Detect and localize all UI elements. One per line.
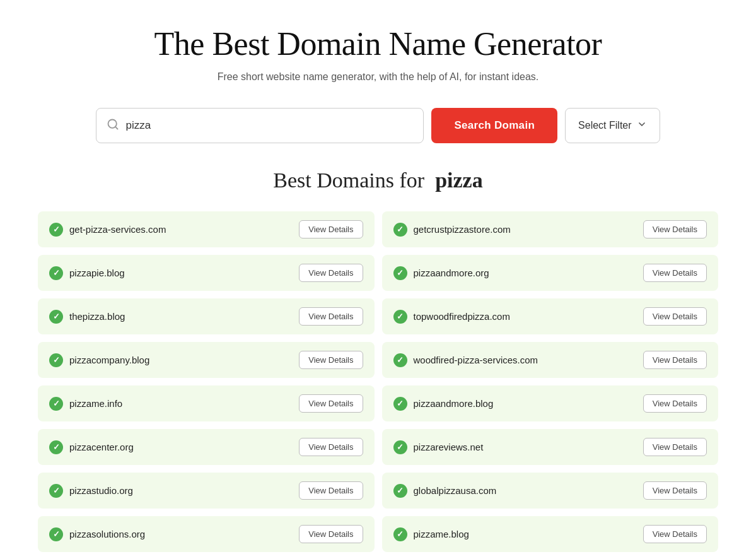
- domain-item: getcrustpizzastore.com View Details: [382, 211, 719, 247]
- domain-item: pizzasolutions.org View Details: [38, 516, 375, 552]
- domain-name: pizzareviews.net: [414, 442, 484, 452]
- available-icon: [49, 223, 63, 237]
- available-icon: [393, 440, 407, 454]
- domain-item: pizzaandmore.blog View Details: [382, 385, 719, 421]
- page-wrapper: The Best Domain Name Generator Free shor…: [0, 0, 756, 559]
- results-title: Best Domains for pizza: [38, 168, 718, 192]
- available-icon: [49, 440, 63, 454]
- domain-left: pizzareviews.net: [393, 440, 484, 454]
- view-details-button[interactable]: View Details: [643, 264, 707, 282]
- view-details-button[interactable]: View Details: [299, 307, 363, 326]
- domain-item: globalpizzausa.com View Details: [382, 473, 719, 509]
- domain-name: pizzaandmore.org: [414, 268, 489, 278]
- view-details-button[interactable]: View Details: [299, 220, 363, 238]
- domain-item: pizzastudio.org View Details: [38, 473, 375, 509]
- search-box: [96, 108, 424, 143]
- search-section: Search Domain Select Filter: [38, 108, 718, 143]
- domain-item: pizzame.info View Details: [38, 385, 375, 421]
- domain-item: topwoodfiredpizza.com View Details: [382, 298, 719, 334]
- view-details-button[interactable]: View Details: [299, 438, 363, 456]
- chevron-down-icon: [637, 119, 647, 132]
- domain-left: globalpizzausa.com: [393, 484, 497, 498]
- view-details-button[interactable]: View Details: [643, 525, 707, 543]
- domain-name: getcrustpizzastore.com: [414, 224, 511, 235]
- domain-item: pizzareviews.net View Details: [382, 429, 719, 465]
- available-icon: [393, 310, 407, 324]
- available-icon: [393, 353, 407, 367]
- page-subtitle: Free short website name generator, with …: [38, 71, 718, 83]
- available-icon: [393, 223, 407, 237]
- select-filter-button[interactable]: Select Filter: [565, 108, 660, 143]
- results-title-keyword: pizza: [435, 168, 483, 192]
- domain-left: pizzaandmore.blog: [393, 397, 494, 411]
- search-input[interactable]: [125, 119, 413, 132]
- search-icon: [107, 118, 119, 133]
- filter-label: Select Filter: [578, 120, 631, 131]
- domain-item: thepizza.blog View Details: [38, 298, 375, 334]
- available-icon: [49, 527, 63, 541]
- view-details-button[interactable]: View Details: [299, 481, 363, 500]
- domain-name: topwoodfiredpizza.com: [414, 311, 510, 322]
- domain-item: pizzame.blog View Details: [382, 516, 719, 552]
- domains-grid: get-pizza-services.com View Details getc…: [38, 211, 718, 552]
- domain-item: pizzacompany.blog View Details: [38, 342, 375, 378]
- domain-name: pizzapie.blog: [69, 268, 125, 278]
- domain-name: pizzastudio.org: [69, 485, 133, 496]
- available-icon: [49, 397, 63, 411]
- domain-left: pizzacompany.blog: [49, 353, 149, 367]
- domain-left: pizzacenter.org: [49, 440, 134, 454]
- view-details-button[interactable]: View Details: [643, 481, 707, 500]
- available-icon: [49, 266, 63, 280]
- domain-left: woodfired-pizza-services.com: [393, 353, 538, 367]
- domain-item: pizzapie.blog View Details: [38, 255, 375, 291]
- view-details-button[interactable]: View Details: [643, 220, 707, 238]
- view-details-button[interactable]: View Details: [299, 394, 363, 413]
- domain-item: pizzaandmore.org View Details: [382, 255, 719, 291]
- domain-name: pizzame.blog: [414, 529, 469, 539]
- domain-item: pizzacenter.org View Details: [38, 429, 375, 465]
- results-title-prefix: Best Domains for: [273, 168, 424, 192]
- available-icon: [49, 484, 63, 498]
- view-details-button[interactable]: View Details: [643, 394, 707, 413]
- domain-name: woodfired-pizza-services.com: [414, 355, 538, 365]
- domain-name: pizzame.info: [69, 398, 122, 409]
- domain-left: pizzasolutions.org: [49, 527, 145, 541]
- domain-name: globalpizzausa.com: [414, 485, 497, 496]
- available-icon: [49, 310, 63, 324]
- available-icon: [393, 266, 407, 280]
- domain-left: pizzame.blog: [393, 527, 469, 541]
- domain-left: pizzapie.blog: [49, 266, 125, 280]
- view-details-button[interactable]: View Details: [299, 264, 363, 282]
- domain-name: pizzasolutions.org: [69, 529, 145, 539]
- domain-left: pizzastudio.org: [49, 484, 133, 498]
- available-icon: [393, 484, 407, 498]
- domain-name: pizzacompany.blog: [69, 355, 149, 365]
- domain-item: woodfired-pizza-services.com View Detail…: [382, 342, 719, 378]
- view-details-button[interactable]: View Details: [299, 351, 363, 369]
- view-details-button[interactable]: View Details: [643, 438, 707, 456]
- view-details-button[interactable]: View Details: [643, 351, 707, 369]
- page-title: The Best Domain Name Generator: [38, 25, 718, 62]
- svg-line-1: [115, 127, 118, 129]
- domain-name: pizzaandmore.blog: [414, 398, 494, 409]
- domain-left: thepizza.blog: [49, 310, 125, 324]
- domain-left: pizzame.info: [49, 397, 122, 411]
- search-domain-button[interactable]: Search Domain: [431, 108, 557, 143]
- domain-left: pizzaandmore.org: [393, 266, 489, 280]
- domain-name: pizzacenter.org: [69, 442, 134, 452]
- domain-left: get-pizza-services.com: [49, 223, 166, 237]
- domain-item: get-pizza-services.com View Details: [38, 211, 375, 247]
- domain-left: topwoodfiredpizza.com: [393, 310, 510, 324]
- available-icon: [393, 397, 407, 411]
- header-section: The Best Domain Name Generator Free shor…: [38, 25, 718, 83]
- results-section: Best Domains for pizza get-pizza-service…: [38, 168, 718, 552]
- available-icon: [393, 527, 407, 541]
- available-icon: [49, 353, 63, 367]
- view-details-button[interactable]: View Details: [299, 525, 363, 543]
- domain-name: get-pizza-services.com: [69, 224, 166, 235]
- domain-name: thepizza.blog: [69, 311, 125, 322]
- view-details-button[interactable]: View Details: [643, 307, 707, 326]
- domain-left: getcrustpizzastore.com: [393, 223, 511, 237]
